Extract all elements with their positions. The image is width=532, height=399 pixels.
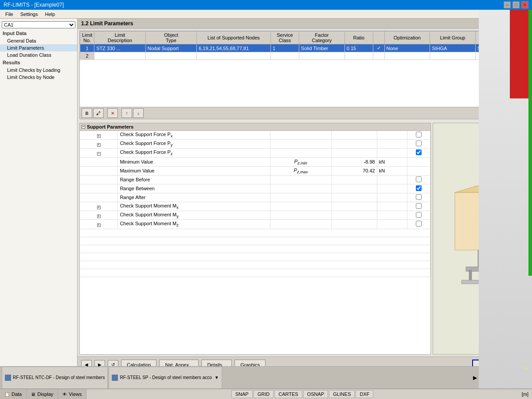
- support-params-header[interactable]: − Support Parameters: [80, 123, 430, 131]
- param-row-range-before: Range Before: [80, 175, 430, 184]
- param-row-empty-5: [80, 261, 430, 269]
- cell-no-2: 2: [80, 52, 94, 60]
- sidebar-section-input: Input Data: [0, 29, 77, 37]
- cell-nodes-2: [197, 52, 271, 60]
- table-row-2[interactable]: 2: [80, 52, 530, 60]
- tab-views[interactable]: 👁 Views: [58, 389, 86, 399]
- toolbar-btn-down[interactable]: ↓: [133, 108, 144, 118]
- sidebar: CA1 Input Data General Data Limit Parame…: [0, 19, 78, 372]
- checkbox-my[interactable]: [416, 212, 422, 218]
- sidebar-item-general-data[interactable]: General Data: [0, 37, 77, 44]
- taskbar-dropdown-icon[interactable]: ▼: [215, 375, 219, 380]
- taskbar-icon-2: [112, 375, 118, 381]
- limit-params-table: LimitNo. LimitDescription ObjectType Lis…: [80, 31, 530, 60]
- param-value-pzmax: 70.42: [331, 166, 377, 175]
- expand-mz-icon[interactable]: +: [97, 223, 101, 227]
- cell-opt-1: None: [384, 44, 430, 52]
- tab-display-label: Display: [37, 391, 53, 397]
- cell-ratio-1: 0.15: [344, 44, 373, 52]
- expand-pz-icon[interactable]: −: [97, 152, 101, 156]
- tab-display[interactable]: 🖥 Display: [27, 389, 58, 399]
- param-label-range-after: Range After: [118, 193, 270, 202]
- expand-mx-icon[interactable]: +: [97, 206, 101, 209]
- param-formula-pzmin: Pz,min: [270, 157, 331, 166]
- tab-views-label: Views: [69, 391, 82, 397]
- maximize-button[interactable]: □: [512, 1, 520, 8]
- param-unit-pzmax: kN: [377, 166, 407, 175]
- taskbar-arrow-right[interactable]: ▶: [473, 375, 477, 381]
- sidebar-item-load-duration[interactable]: Load Duration Class: [0, 51, 77, 59]
- table-row-1[interactable]: 1 STZ 330 ... Nodal Support 6,19,21,54,5…: [80, 44, 530, 52]
- checkbox-range-after[interactable]: [416, 194, 422, 200]
- sidebar-item-limit-checks-node[interactable]: Limit Checks by Node: [0, 74, 77, 81]
- case-dropdown[interactable]: CA1: [2, 21, 75, 28]
- minimize-button[interactable]: ─: [504, 1, 511, 8]
- status-tabs: 📋 Data 🖥 Display 👁 Views: [0, 389, 86, 399]
- status-osnap[interactable]: OSNAP: [303, 390, 329, 398]
- checkbox-mx[interactable]: [416, 203, 422, 209]
- menu-file[interactable]: File: [2, 11, 17, 18]
- data-icon: 📋: [4, 392, 10, 397]
- toolbar-btn-delete[interactable]: ✕: [107, 108, 118, 118]
- checkbox-range-between[interactable]: [416, 185, 422, 191]
- checkbox-range-before[interactable]: [416, 176, 422, 182]
- col-header-objtype: ObjectType: [145, 31, 196, 44]
- expand-my-icon[interactable]: +: [97, 215, 101, 218]
- taskbar-item-1[interactable]: RF-STEEL NTC-DF - Design of steel member…: [2, 367, 108, 389]
- cell-limitgroup-1: SIHGA: [430, 44, 476, 52]
- views-icon: 👁: [63, 392, 67, 397]
- param-unit-pzmin: kN: [377, 157, 407, 166]
- close-button[interactable]: ✕: [521, 1, 528, 8]
- status-cartes[interactable]: CARTES: [274, 390, 302, 398]
- param-row-empty-6: [80, 269, 430, 277]
- menu-settings[interactable]: Settings: [17, 11, 42, 18]
- case-dropdown-container: CA1: [0, 20, 77, 29]
- table-toolbar: 🗎 🖍 ✕ ↑ ↓ 📤 📥 👁: [80, 107, 530, 119]
- taskbar-item-2[interactable]: RF-STEEL SP - Design of steel members ac…: [109, 367, 222, 389]
- cell-objtype-1: Nodal Support: [145, 44, 196, 52]
- param-row-range-between: Range Between: [80, 184, 430, 193]
- param-value-pzmin: -8.98: [331, 157, 377, 166]
- tab-data[interactable]: 📋 Data: [0, 389, 27, 399]
- sidebar-item-limit-checks-loading[interactable]: Limit Checks by Loading: [0, 66, 77, 74]
- param-row-empty-4: [80, 253, 430, 261]
- cell-check-2: [373, 52, 384, 60]
- cell-no-1: 1: [80, 44, 94, 52]
- status-dxf[interactable]: DXF: [356, 390, 373, 398]
- checkbox-py[interactable]: [416, 141, 422, 146]
- param-label-py: Check Support Force Py: [118, 140, 270, 149]
- table-scroll[interactable]: LimitNo. LimitDescription ObjectType Lis…: [80, 31, 530, 107]
- param-row-pzmax: Maximum Value Pz,max 70.42 kN: [80, 166, 430, 175]
- status-glines[interactable]: GLINES: [329, 390, 355, 398]
- param-label-pz: Check Support Force Pz: [118, 149, 270, 157]
- sidebar-item-limit-parameters[interactable]: Limit Parameters: [0, 44, 77, 51]
- param-row-pzmin: Minimum Value Pz,min -8.98 kN: [80, 157, 430, 166]
- cell-factor-2: [299, 52, 345, 60]
- status-snap[interactable]: SNAP: [231, 390, 253, 398]
- taskbar: RF-STEEL NTC-DF - Design of steel member…: [0, 366, 479, 388]
- table-area: LimitNo. LimitDescription ObjectType Lis…: [79, 31, 530, 119]
- content-area: 1.2 Limit Parameters LimitNo. LimitDescr…: [78, 19, 532, 372]
- toolbar-btn-up[interactable]: ↑: [121, 108, 132, 118]
- param-row-px: + Check Support Force Px: [80, 131, 430, 140]
- viewport-axis: +: [525, 366, 528, 371]
- expand-px-icon[interactable]: +: [97, 134, 101, 138]
- lower-section: − Support Parameters + Check Support For…: [78, 121, 532, 356]
- collapse-icon[interactable]: −: [82, 125, 85, 129]
- checkbox-mz[interactable]: [416, 221, 422, 227]
- cell-limitgroup-2: [430, 52, 476, 60]
- checkbox-px[interactable]: [416, 132, 422, 137]
- checkbox-pz[interactable]: [416, 149, 422, 155]
- menu-help[interactable]: Help: [41, 11, 59, 18]
- col-header-no: LimitNo.: [80, 31, 94, 44]
- viewport-background: +: [479, 10, 532, 388]
- taskbar-label-1: RF-STEEL NTC-DF - Design of steel member…: [13, 375, 105, 380]
- toolbar-btn-2[interactable]: 🖍: [93, 108, 104, 118]
- param-row-empty-2: [80, 237, 430, 245]
- expand-py-icon[interactable]: +: [97, 143, 101, 147]
- toolbar-btn-1[interactable]: 🗎: [82, 108, 92, 118]
- cell-service-2: [270, 52, 299, 60]
- status-items: SNAP GRID CARTES OSNAP GLINES DXF: [86, 390, 518, 398]
- status-grid[interactable]: GRID: [254, 390, 274, 398]
- col-header-nodes: List of Supported Nodes: [197, 31, 271, 44]
